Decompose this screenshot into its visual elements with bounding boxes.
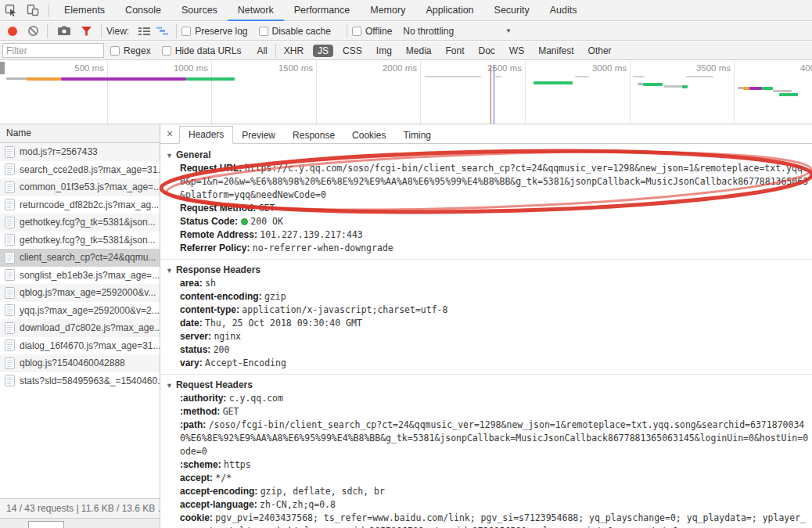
- request-row[interactable]: qblog.js?max_age=2592000&v...: [0, 284, 160, 302]
- filter-type-css[interactable]: CSS: [338, 45, 367, 57]
- request-row[interactable]: client_search_cp?ct=24&qqmu...: [0, 249, 160, 267]
- request-name: qblog.js?max_age=2592000&v...: [20, 287, 156, 298]
- name-column-header[interactable]: Name: [0, 124, 160, 143]
- waterfall-bar: [682, 85, 688, 88]
- headers-section: ▼Request Headers:authority: c.y.qq.com:m…: [160, 374, 812, 528]
- request-name: yqq.js?max_age=2592000&v=2...: [20, 305, 160, 316]
- header-name: server:: [180, 331, 214, 342]
- grid-line: [211, 61, 212, 124]
- headers-section: ▼Response Headersarea: shcontent-encodin…: [160, 259, 812, 370]
- request-row[interactable]: mod.js?r=2567433: [0, 143, 160, 161]
- waterfall-bar: [743, 87, 749, 90]
- header-row: :method: GET: [160, 405, 812, 418]
- filter-type-media[interactable]: Media: [401, 45, 437, 57]
- network-overview[interactable]: 500 ms1000 ms1500 ms2000 ms2500 ms3000 m…: [0, 61, 812, 124]
- request-row[interactable]: download_d7c802e.js?max_age...: [0, 319, 160, 337]
- headers-tab-timing[interactable]: Timing: [394, 128, 440, 144]
- request-row[interactable]: gethotkey.fcg?g_tk=5381&json...: [0, 232, 160, 250]
- tab-performance[interactable]: Performance: [284, 0, 361, 21]
- devtools-tabbar: ElementsConsoleSourcesNetworkPerformance…: [0, 0, 812, 21]
- tick-label: 3000 ms: [592, 63, 627, 73]
- offline-checkbox[interactable]: Offline: [352, 26, 392, 37]
- headers-tab-headers[interactable]: Headers: [179, 126, 233, 144]
- filter-type-manifest[interactable]: Manifest: [534, 45, 578, 57]
- headers-tab-response[interactable]: Response: [284, 128, 343, 144]
- section-title[interactable]: ▼Response Headers: [160, 263, 812, 277]
- tab-network[interactable]: Network: [228, 0, 284, 21]
- header-row: Request URL: https://c.y.qq.com/soso/fcg…: [160, 162, 812, 175]
- headers-tab-cookies[interactable]: Cookies: [343, 128, 394, 144]
- tab-elements[interactable]: Elements: [54, 0, 115, 21]
- waterfall-bar: [633, 76, 645, 77]
- filter-type-ws[interactable]: WS: [505, 45, 529, 57]
- header-row: date: Thu, 25 Oct 2018 09:30:40 GMT: [160, 317, 812, 330]
- filter-type-font[interactable]: Font: [441, 45, 469, 57]
- bottom-sliver: [0, 519, 160, 528]
- request-row[interactable]: qblog.js?1540460042888: [0, 354, 160, 372]
- checkbox-icon[interactable]: [162, 46, 171, 56]
- hide-data-urls-checkbox[interactable]: Hide data URLs: [162, 45, 242, 56]
- filter-type-doc[interactable]: Doc: [474, 45, 500, 57]
- header-name: cookie:: [180, 512, 215, 523]
- request-name: common_01f3e53.js?max_age=...: [20, 181, 160, 192]
- request-row[interactable]: search_cce2ed8.js?max_age=31...: [0, 161, 160, 179]
- header-value-continued: ode=0: [160, 445, 812, 458]
- waterfall-bar: [61, 77, 186, 81]
- tab-sources[interactable]: Sources: [171, 0, 228, 21]
- record-button[interactable]: [8, 27, 17, 36]
- tab-audits[interactable]: Audits: [540, 0, 587, 21]
- request-row[interactable]: songlist_eb1eb3e.js?max_age=...: [0, 267, 160, 285]
- request-row[interactable]: yqq.js?max_age=2592000&v=2...: [0, 302, 160, 320]
- summary-bar: 14 / 43 requests | 11.6 KB / 13.6 KB ...: [0, 498, 160, 519]
- headers-tab-preview[interactable]: Preview: [233, 128, 284, 144]
- filter-type-xhr[interactable]: XHR: [279, 45, 308, 57]
- request-row[interactable]: returncode_df82b2c.js?max_ag...: [0, 196, 160, 214]
- filter-type-all[interactable]: All: [252, 45, 271, 57]
- script-file-icon: [5, 287, 15, 299]
- device-toolbar-icon[interactable]: [22, 0, 44, 20]
- waterfall-bar: [186, 77, 235, 81]
- clear-icon[interactable]: [23, 25, 42, 37]
- checkbox-icon[interactable]: [352, 27, 361, 36]
- section-title[interactable]: ▼Request Headers: [160, 378, 812, 392]
- large-rows-icon[interactable]: [135, 27, 153, 36]
- waterfall-icon[interactable]: [153, 26, 171, 36]
- disable-cache-checkbox[interactable]: Disable cache: [259, 26, 331, 37]
- script-file-icon: [5, 322, 15, 334]
- filter-type-img[interactable]: Img: [372, 45, 397, 57]
- tab-memory[interactable]: Memory: [360, 0, 415, 21]
- section-title-text: Response Headers: [176, 264, 260, 275]
- regex-checkbox[interactable]: Regex: [110, 45, 151, 56]
- section-title[interactable]: ▼General: [160, 148, 812, 162]
- checkbox-icon[interactable]: [110, 46, 120, 56]
- header-name: accept:: [180, 472, 215, 483]
- request-row[interactable]: dialog_16f4670.js?max_age=31...: [0, 337, 160, 355]
- checkbox-icon[interactable]: [181, 27, 191, 36]
- capture-screenshots-icon[interactable]: [52, 26, 76, 36]
- close-icon[interactable]: ×: [160, 124, 179, 143]
- tab-application[interactable]: Application: [415, 0, 483, 21]
- header-name: Remote Address:: [180, 229, 260, 240]
- header-row: Remote Address: 101.227.139.217:443: [160, 228, 812, 242]
- overview-grip[interactable]: [0, 62, 5, 74]
- tick-label: 2500 ms: [487, 63, 522, 73]
- request-row[interactable]: gethotkey.fcg?g_tk=5381&json...: [0, 214, 160, 232]
- throttling-select[interactable]: No throttling: [403, 26, 454, 37]
- grid-line: [630, 61, 631, 124]
- chevron-down-icon[interactable]: ▼: [505, 27, 512, 34]
- request-row[interactable]: common_01f3e53.js?max_age=...: [0, 178, 160, 196]
- checkbox-icon[interactable]: [259, 27, 268, 36]
- header-row: area: sh: [160, 277, 812, 290]
- filter-icon[interactable]: [76, 27, 96, 36]
- triangle-down-icon: ▼: [166, 152, 173, 160]
- filter-type-js[interactable]: JS: [313, 45, 333, 57]
- preserve-log-checkbox[interactable]: Preserve log: [181, 26, 247, 37]
- tab-security[interactable]: Security: [484, 0, 540, 21]
- tab-console[interactable]: Console: [115, 0, 171, 21]
- request-row[interactable]: stats?sld=58495963&_=1540460...: [0, 372, 160, 390]
- filter-type-other[interactable]: Other: [584, 45, 616, 57]
- header-row: vary: Accept-Encoding: [160, 357, 812, 370]
- inspect-element-icon[interactable]: [0, 0, 22, 20]
- filter-input[interactable]: [2, 43, 104, 58]
- header-row: content-encoding: gzip: [160, 290, 812, 304]
